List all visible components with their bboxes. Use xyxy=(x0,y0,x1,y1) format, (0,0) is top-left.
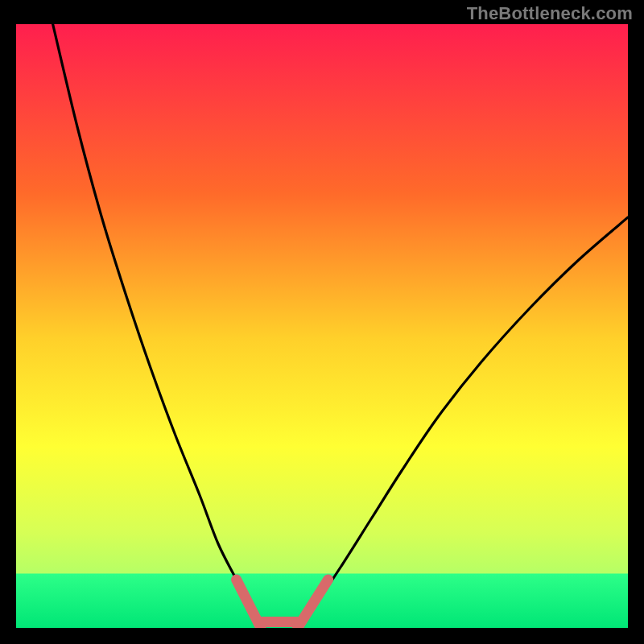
watermark-text: TheBottleneck.com xyxy=(467,3,633,24)
gradient-background xyxy=(16,24,628,628)
chart-frame: TheBottleneck.com xyxy=(0,0,644,644)
bottleneck-plot xyxy=(0,0,644,644)
